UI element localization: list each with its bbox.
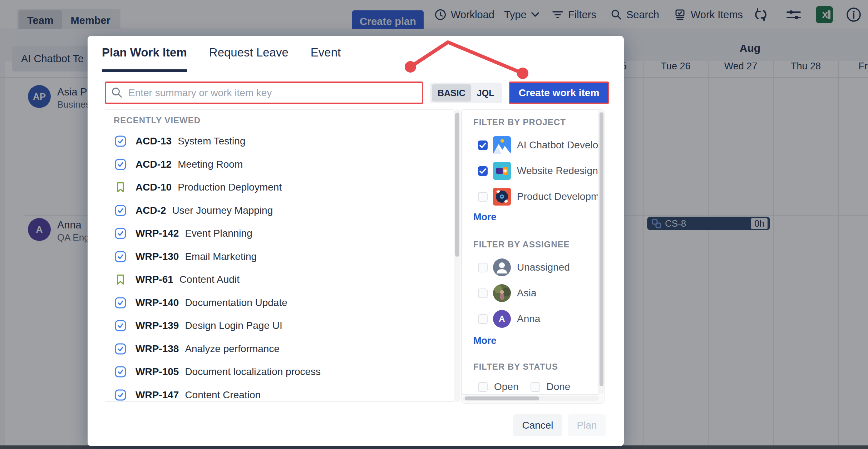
checkbox-unchecked[interactable]: [478, 382, 488, 392]
filter-panel: FILTER BY PROJECT AI Chatbot DeveloWebsi…: [461, 109, 598, 395]
status-name: Open: [494, 381, 519, 393]
assignee-filter-row: Unassigned: [462, 255, 598, 280]
item-key: ACD-12: [135, 159, 172, 170]
item-summary: Content Creation: [185, 389, 261, 401]
recently-viewed-list: ACD-13System TestingACD-12Meeting RoomAC…: [105, 130, 454, 402]
item-summary: Event Planning: [185, 228, 252, 239]
story-icon: [115, 182, 126, 193]
filter-scrollbar-thumb[interactable]: [600, 112, 603, 386]
filter-by-assignee-label: FILTER BY ASSIGNEE: [473, 240, 570, 250]
item-key: WRP-140: [135, 297, 179, 309]
item-summary: User Journey Mapping: [172, 205, 273, 216]
projects-more-link[interactable]: More: [473, 212, 497, 223]
list-item[interactable]: WRP-61Content Audit: [105, 268, 454, 291]
checkbox-checked[interactable]: [478, 140, 488, 150]
project-avatar-mountain: [493, 136, 511, 154]
task-icon: [115, 205, 126, 216]
project-filter-row: Website Redesign: [462, 158, 598, 184]
list-item[interactable]: ACD-10Production Deployment: [105, 176, 454, 199]
recently-viewed-panel: RECENTLY VIEWED ACD-13System TestingACD-…: [105, 109, 454, 402]
filter-by-project-label: FILTER BY PROJECT: [473, 117, 566, 127]
list-item[interactable]: ACD-13System Testing: [105, 130, 454, 153]
checkbox-unchecked[interactable]: [478, 192, 488, 202]
assignee-name: Asia: [517, 287, 536, 299]
list-item[interactable]: WRP-140Documentation Update: [105, 291, 454, 315]
cancel-button[interactable]: Cancel: [513, 414, 562, 436]
task-icon: [115, 297, 126, 309]
create-work-item-button[interactable]: Create work item: [509, 82, 609, 104]
list-item[interactable]: WRP-142Event Planning: [105, 222, 454, 245]
item-key: WRP-147: [135, 389, 179, 401]
item-key: WRP-105: [135, 366, 179, 378]
task-icon: [115, 251, 126, 262]
item-summary: Document localization process: [185, 366, 321, 378]
item-key: WRP-130: [135, 251, 179, 262]
item-summary: Analyze performance: [185, 343, 280, 355]
checkbox-unchecked[interactable]: [478, 314, 488, 324]
assignee-filter-row: Asia: [462, 280, 598, 306]
checkbox-unchecked[interactable]: [531, 382, 540, 392]
search-icon: [111, 87, 123, 100]
app-screen: Team Member Create plan Workload Type: [0, 0, 868, 449]
item-summary: Content Audit: [179, 274, 240, 285]
assignee-avatar-person: [493, 258, 511, 276]
list-item[interactable]: ACD-2User Journey Mapping: [105, 199, 454, 222]
search-input[interactable]: [105, 82, 423, 104]
item-key: WRP-139: [135, 320, 179, 331]
status-filter-item: Done: [531, 381, 571, 393]
item-summary: Design Login Page UI: [185, 320, 282, 331]
list-item[interactable]: WRP-105Document localization process: [105, 360, 454, 384]
plan-work-item-dialog: Plan Work ItemRequest LeaveEvent BASIC J…: [88, 36, 624, 446]
recently-viewed-label: RECENTLY VIEWED: [114, 115, 201, 125]
item-key: ACD-13: [135, 135, 172, 147]
assignee-name: Anna: [517, 313, 540, 325]
project-filter-row: Product Developm: [462, 184, 598, 209]
filter-scrollbar-vertical[interactable]: [599, 111, 604, 393]
assignees-more-link[interactable]: More: [473, 335, 497, 346]
project-avatar-power: [493, 162, 511, 180]
task-icon: [115, 159, 126, 170]
list-item[interactable]: WRP-139Design Login Page UI: [105, 314, 454, 337]
task-icon: [115, 389, 126, 401]
checkbox-checked[interactable]: [478, 166, 488, 176]
item-key: WRP-142: [135, 228, 179, 239]
list-scrollbar-thumb[interactable]: [455, 113, 459, 257]
project-name: AI Chatbot Develo: [517, 139, 598, 151]
status-name: Done: [547, 381, 571, 393]
task-icon: [115, 228, 126, 239]
tab-event[interactable]: Event: [311, 46, 341, 72]
filter-hscrollbar-thumb[interactable]: [465, 396, 539, 400]
item-key: WRP-138: [135, 343, 179, 355]
item-key: ACD-10: [135, 182, 172, 193]
item-summary: Meeting Room: [178, 159, 243, 170]
item-summary: Email Marketing: [185, 251, 257, 262]
query-mode-toggle: BASIC JQL: [430, 83, 502, 103]
tab-request-leave[interactable]: Request Leave: [209, 46, 288, 72]
item-summary: Documentation Update: [185, 297, 287, 309]
plan-button-disabled[interactable]: Plan: [568, 414, 606, 436]
task-icon: [115, 366, 126, 378]
list-item[interactable]: ACD-12Meeting Room: [105, 153, 454, 176]
modal-tabs: Plan Work ItemRequest LeaveEvent: [102, 46, 341, 72]
project-filter-list: AI Chatbot DeveloWebsite RedesignProduct…: [462, 132, 598, 209]
project-name: Product Developm: [517, 191, 598, 202]
list-item[interactable]: WRP-147Content Creation: [105, 384, 454, 403]
jql-mode-button[interactable]: JQL: [471, 84, 500, 102]
task-icon: [115, 343, 126, 355]
task-icon: [115, 320, 126, 331]
tab-plan-work-item[interactable]: Plan Work Item: [102, 46, 187, 72]
filter-scrollbar-horizontal[interactable]: [463, 396, 599, 401]
checkbox-unchecked[interactable]: [478, 263, 488, 272]
task-icon: [115, 135, 126, 147]
item-key: ACD-2: [135, 205, 166, 216]
checkbox-unchecked[interactable]: [478, 288, 488, 298]
assignee-name: Unassigned: [517, 262, 570, 273]
basic-mode-button[interactable]: BASIC: [432, 84, 471, 102]
list-item[interactable]: WRP-130Email Marketing: [105, 245, 454, 268]
project-name: Website Redesign: [517, 165, 598, 177]
item-summary: System Testing: [178, 135, 245, 147]
assignee-avatar-photo: [493, 284, 511, 302]
item-summary: Production Deployment: [178, 182, 282, 193]
list-item[interactable]: WRP-138Analyze performance: [105, 337, 454, 361]
list-scrollbar[interactable]: [454, 109, 460, 402]
